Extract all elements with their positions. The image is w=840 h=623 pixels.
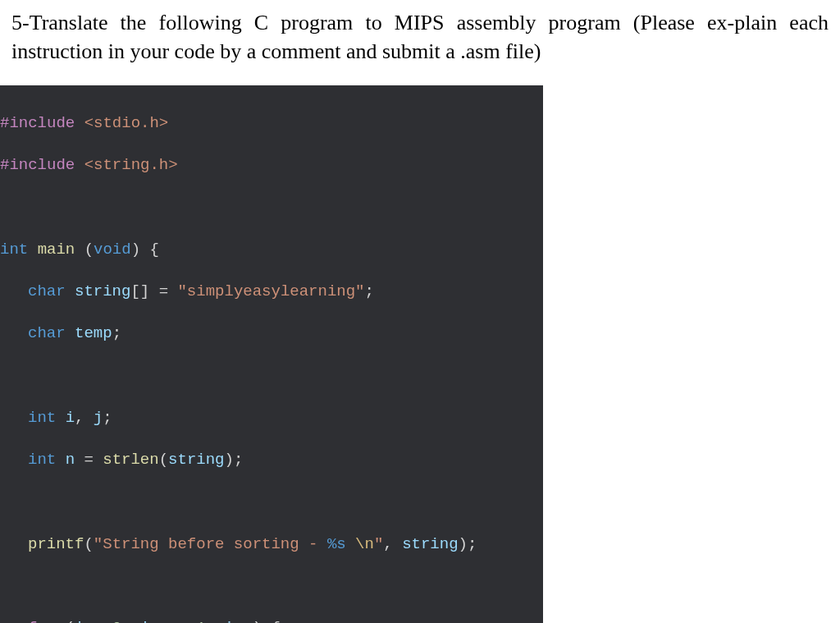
id-temp: temp: [75, 324, 112, 342]
string-literal: "simplyeasylearning": [177, 282, 364, 300]
kw-char: char: [28, 324, 66, 342]
kw-for: for: [28, 619, 56, 623]
fn-strlen: strlen: [103, 451, 158, 469]
question-text: 5-Translate the following C program to M…: [0, 0, 840, 71]
kw-int: int: [28, 409, 56, 427]
kw-int: int: [28, 451, 56, 469]
fn-main: main: [38, 240, 75, 259]
include-kw: #include: [0, 156, 75, 174]
include-header: <string.h>: [84, 156, 178, 174]
include-header: <stdio.h>: [84, 114, 169, 132]
kw-int: int: [0, 240, 28, 259]
kw-void: void: [94, 240, 131, 259]
code-block: #include <stdio.h> #include <string.h> i…: [0, 85, 543, 623]
fn-printf: printf: [28, 535, 84, 553]
include-kw: #include: [0, 114, 75, 132]
string-literal: "String before sorting -: [94, 535, 327, 553]
id-string: string: [75, 282, 130, 300]
kw-char: char: [28, 282, 66, 300]
